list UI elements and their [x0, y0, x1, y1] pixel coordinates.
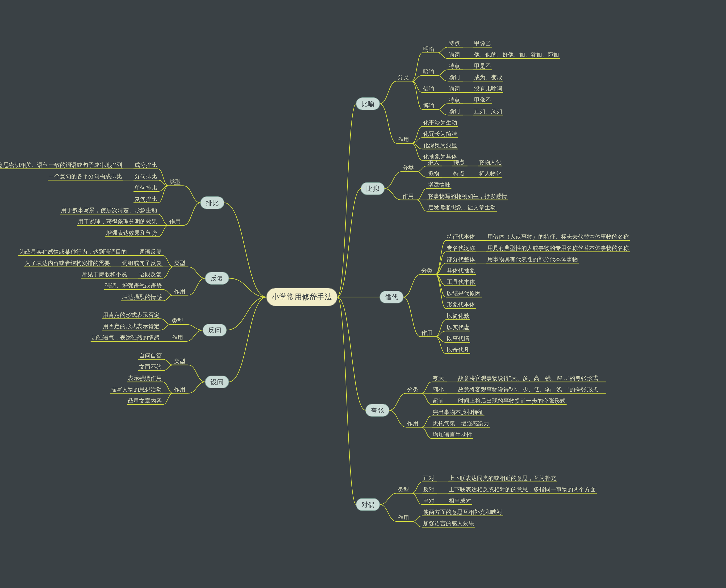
node-label: 用于叙事写景，使层次清楚、形象生动: [61, 207, 157, 213]
node-label: 凸显文章内容: [128, 398, 162, 404]
node-label: 正对: [423, 475, 434, 481]
node-label: 作用: [397, 514, 409, 521]
edge: [163, 295, 173, 301]
node-label: 语段反复: [139, 271, 162, 277]
node-label: 化冗长为简洁: [423, 131, 457, 137]
edge: [385, 189, 401, 200]
edge: [186, 330, 203, 341]
edge: [437, 104, 448, 109]
node-label: 化抽象为具体: [423, 153, 457, 160]
node-label: 反对: [423, 486, 434, 492]
node-label: 形象代本体: [447, 301, 475, 308]
edge: [163, 256, 173, 267]
node-label: 分句排比: [134, 173, 157, 180]
node-label: 用借体（人或事物）的特征、标志去代替本体事物的名称: [487, 233, 629, 240]
node-label: 类型: [174, 358, 185, 364]
edge: [437, 53, 448, 59]
node-label: 分类: [407, 386, 418, 393]
edge: [380, 493, 397, 505]
node-label: 以实代虚: [447, 324, 470, 330]
node-label: 用否定的形式表示肯定: [103, 323, 160, 329]
node-label: 类型: [174, 260, 185, 266]
node-label: 喻词: [449, 74, 460, 80]
node-label: 作用: [402, 193, 414, 199]
node-label: 喻词: [449, 51, 460, 58]
root-label: 小学常用修辞手法: [272, 293, 332, 301]
node-label: 特点: [449, 40, 460, 46]
node-label: 类型: [398, 486, 409, 492]
node-label: 将事物写的栩栩如生，抒发感情: [428, 193, 507, 199]
node-label: 启发读者想象，让文章生动: [428, 204, 496, 211]
node-label: 作用: [174, 288, 185, 294]
edge: [184, 186, 201, 203]
edge: [188, 267, 205, 278]
branch-label: 设问: [210, 378, 224, 386]
branch-label: 对偶: [361, 501, 375, 508]
node-label: 化平淡为生动: [423, 119, 457, 126]
edge: [437, 70, 448, 76]
mindmap-canvas: 小学常用修辞手法比喻分类明喻特点甲像乙喻词像、似的、好像、如、犹如、宛如暗喻特点…: [0, 0, 726, 588]
edge: [385, 172, 401, 189]
edge: [160, 324, 171, 330]
root-edge: [226, 297, 267, 330]
edge: [380, 104, 397, 143]
node-label: 上下联表达同类的或相近的意思，互为补充: [449, 475, 556, 481]
node-label: 明喻: [423, 46, 434, 52]
edge: [412, 516, 422, 522]
node-label: 以结果代原因: [447, 290, 481, 296]
branch-label: 借代: [385, 294, 398, 301]
edge: [403, 274, 420, 297]
node-label: 表达强烈的情感: [122, 294, 162, 300]
node-label: 分类: [398, 74, 409, 80]
node-label: 突出事物本质和特征: [433, 409, 483, 415]
node-label: 工具代本体: [447, 279, 475, 285]
edge: [435, 252, 446, 274]
node-label: 特点: [453, 170, 465, 176]
node-label: 烘托气氛，增强感染力: [433, 420, 489, 426]
node-label: 以简化繁: [447, 313, 470, 319]
node-label: 使两方面的意思互相补充和映衬: [423, 509, 502, 515]
node-label: 特征代本体: [447, 233, 475, 240]
node-label: 单句排比: [134, 184, 157, 191]
node-label: 故意将客观事物说得"小、少、低、弱、浅…"的夸张形式: [458, 386, 598, 393]
node-label: 将人物化: [479, 170, 501, 176]
node-label: 类型: [172, 317, 183, 324]
edge: [412, 493, 422, 505]
branch-label: 排比: [206, 199, 219, 207]
edge: [163, 393, 173, 404]
edge: [389, 410, 406, 427]
edge: [421, 382, 432, 393]
branch-label: 比拟: [366, 185, 379, 192]
root-edge: [229, 297, 267, 382]
branch-label: 反问: [208, 327, 221, 334]
edge: [163, 359, 173, 365]
edge: [437, 109, 448, 115]
node-label: 暗喻: [423, 68, 434, 75]
edge: [421, 427, 432, 439]
node-label: 具体代抽象: [447, 267, 475, 274]
node-label: 缩小: [433, 386, 444, 393]
node-label: 作用: [174, 386, 185, 393]
edge: [421, 416, 432, 427]
root-edge: [224, 203, 267, 297]
node-label: 一个句子把结构相同、相似、意思密切相关、语气一致的词语或句子成串地排列: [0, 162, 122, 168]
node-label: 增加语言生动性: [432, 432, 472, 438]
node-label: 甲像乙: [474, 97, 491, 103]
edge: [417, 166, 427, 172]
node-label: 时间上将后出现的事物提前一步的夸张形式: [458, 398, 566, 404]
node-label: 串对: [423, 498, 434, 504]
edge: [437, 76, 448, 81]
node-label: 成分排比: [134, 162, 157, 168]
node-label: 一个复句的各个分句构成排比: [48, 173, 122, 180]
edge: [389, 393, 406, 410]
node-label: 借喻: [423, 85, 434, 92]
node-label: 描写人物的思想活动: [111, 386, 162, 393]
node-label: 增添情味: [428, 182, 451, 188]
node-label: 夸大: [433, 375, 444, 381]
node-label: 上下联表达相反或相对的的意思，多指同一事物的两个方面: [449, 486, 596, 492]
edge: [412, 81, 422, 109]
edge: [435, 274, 446, 297]
edge: [380, 505, 397, 522]
node-label: 用事物具有代表性的部分代本体事物: [487, 256, 578, 262]
edge: [417, 172, 427, 177]
